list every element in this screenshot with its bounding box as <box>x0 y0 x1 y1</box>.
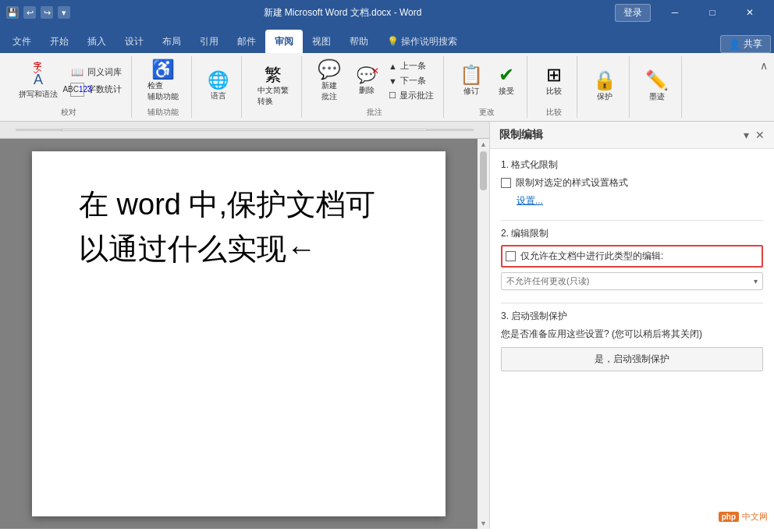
down-arrow-icon: ▼ <box>389 76 397 86</box>
next-comment-button[interactable]: ▼ 下一条 <box>385 74 437 87</box>
section2-title: 2. 编辑限制 <box>501 227 763 240</box>
panel-close-button[interactable]: ✕ <box>755 129 765 141</box>
watermark-text: 中文网 <box>742 511 768 523</box>
delete-comment-button[interactable]: 💬 ✕ 删除 <box>350 63 382 99</box>
scroll-down-button[interactable]: ▼ <box>478 518 488 529</box>
panel-header: 限制编辑 ▾ ✕ <box>490 122 774 149</box>
document-page: 在 word 中,保护文档可以通过什么实现← <box>32 151 446 516</box>
ink-icon: ✏️ <box>645 71 669 90</box>
track-changes-button[interactable]: 📋 修订 <box>453 62 489 100</box>
prev-comment-button[interactable]: ▲ 上一条 <box>385 59 437 73</box>
group-proofreading-label: 校对 <box>61 107 76 118</box>
chinese-icon: 繁 <box>265 66 282 83</box>
spell-icon: 字 A <box>34 62 43 87</box>
format-restriction-row: 限制对选定的样式设置格式 <box>501 176 763 190</box>
language-button[interactable]: 🌐 语言 <box>201 69 235 105</box>
word-count-button[interactable]: ABC123 字数统计 <box>67 82 125 98</box>
ribbon-collapse-button[interactable]: ∧ <box>760 59 768 72</box>
group-track-changes: 📋 修订 ✔ 接受 更改 <box>447 56 527 118</box>
save-icon[interactable]: 💾 <box>6 6 19 19</box>
tab-review[interactable]: 审阅 <box>265 30 303 53</box>
tab-references[interactable]: 引用 <box>190 30 228 53</box>
group-proofreading: 字 A 拼写和语法 📖 同义词库 ABC123 字数统计 校对 <box>6 56 132 118</box>
scroll-thumb[interactable] <box>480 151 487 190</box>
section-format-restriction: 1. 格式化限制 限制对选定的样式设置格式 设置... <box>501 158 763 207</box>
vertical-scrollbar[interactable]: ▲ ▼ <box>478 139 489 529</box>
group-compare: ⊞ 比较 比较 <box>531 56 577 118</box>
group-ink: ✏️ 墨迹 <box>633 56 682 118</box>
format-restriction-checkbox[interactable] <box>501 178 511 188</box>
panel-title: 限制编辑 <box>499 128 744 142</box>
lock-icon: 🔒 <box>593 71 616 90</box>
show-comments-button[interactable]: ☐ 显示批注 <box>385 89 437 102</box>
accept-button[interactable]: ✔ 接受 <box>492 62 520 100</box>
tab-search[interactable]: 💡操作说明搜索 <box>378 30 467 53</box>
new-comment-button[interactable]: 💬 新建批注 <box>311 57 347 105</box>
close-button[interactable]: ✕ <box>732 0 768 25</box>
scroll-up-button[interactable]: ▲ <box>478 139 488 150</box>
chinese-convert-button[interactable]: 繁 中文简繁转换 <box>251 63 295 110</box>
ruler <box>0 122 489 139</box>
ribbon-tabs: 文件 开始 插入 设计 布局 引用 邮件 审阅 视图 帮助 💡操作说明搜索 👤 … <box>0 25 774 53</box>
spell-check-button[interactable]: 字 A 拼写和语法 <box>12 59 64 103</box>
tab-design[interactable]: 设计 <box>115 30 153 53</box>
panel-content: 1. 格式化限制 限制对选定的样式设置格式 设置... 2. 编辑限制 <box>490 149 774 529</box>
panel-dropdown-button[interactable]: ▾ <box>744 129 749 141</box>
comment-icon: 💬 <box>318 60 341 79</box>
section-edit-restriction: 2. 编辑限制 仅允许在文档中进行此类型的编辑: 不允许任何更改(只读) ▾ <box>501 227 763 290</box>
edit-type-value: 不允许任何更改(只读) <box>506 275 754 287</box>
enforce-description: 您是否准备应用这些设置? (您可以稍后将其关闭) <box>501 328 763 341</box>
redo-icon[interactable]: ↪ <box>41 6 53 19</box>
settings-link[interactable]: 设置... <box>517 194 763 207</box>
side-panel: 限制编辑 ▾ ✕ 1. 格式化限制 限制对选定的样式设置格式 设置... <box>489 122 774 529</box>
edit-restriction-checkbox[interactable] <box>506 251 516 261</box>
compare-button[interactable]: ⊞ 比较 <box>540 62 568 100</box>
scroll-area[interactable]: 在 word 中,保护文档可以通过什么实现← <box>0 139 478 529</box>
section3-title: 3. 启动强制保护 <box>501 310 763 323</box>
check-accessibility-button[interactable]: ♿ 检查辅助功能 <box>141 57 185 105</box>
ribbon-content: 字 A 拼写和语法 📖 同义词库 ABC123 字数统计 校对 ♿ <box>0 53 774 122</box>
document-area: 在 word 中,保护文档可以通过什么实现← ▲ ▼ <box>0 122 489 529</box>
tab-view[interactable]: 视图 <box>303 30 340 53</box>
tab-home[interactable]: 开始 <box>41 30 78 53</box>
document-content: 在 word 中,保护文档可以通过什么实现← <box>79 183 399 271</box>
language-icon: 🌐 <box>208 72 229 89</box>
minimize-button[interactable]: ─ <box>657 0 693 25</box>
group-compare-label: 比较 <box>546 107 562 118</box>
maximize-button[interactable]: □ <box>694 0 730 25</box>
checkbox-icon: ☐ <box>389 90 396 101</box>
tab-file[interactable]: 文件 <box>3 30 41 53</box>
group-changes-label: 更改 <box>479 107 495 118</box>
share-button[interactable]: 👤 共享 <box>720 35 771 53</box>
count-icon: ABC123 <box>70 83 84 97</box>
login-button[interactable]: 登录 <box>615 4 651 22</box>
enforce-protection-button[interactable]: 是，启动强制保护 <box>501 347 763 371</box>
track-icon: 📋 <box>460 66 483 84</box>
delete-icon: 💬 ✕ <box>357 66 376 83</box>
section-enforce-protection: 3. 启动强制保护 您是否准备应用这些设置? (您可以稍后将其关闭) 是，启动强… <box>501 310 763 371</box>
group-comments: 💬 新建批注 💬 ✕ 删除 ▲ 上一条 ▼ 下一条 <box>305 56 444 118</box>
book-icon: 📖 <box>70 66 84 80</box>
edit-type-dropdown[interactable]: 不允许任何更改(只读) ▾ <box>501 272 763 290</box>
title-text: 新建 Microsoft Word 文档.docx - Word <box>70 6 615 20</box>
up-arrow-icon: ▲ <box>389 62 397 71</box>
ribbon: 文件 开始 插入 设计 布局 引用 邮件 审阅 视图 帮助 💡操作说明搜索 👤 … <box>0 25 774 53</box>
tab-insert[interactable]: 插入 <box>78 30 115 53</box>
undo-icon[interactable]: ↩ <box>23 6 36 19</box>
thesaurus-button[interactable]: 📖 同义词库 <box>67 65 125 80</box>
person-icon: 👤 <box>729 39 740 50</box>
protect-button[interactable]: 🔒 保护 <box>587 68 623 105</box>
dropdown-icon[interactable]: ▾ <box>58 6 70 19</box>
compare-icon: ⊞ <box>546 66 562 84</box>
edit-restriction-row: 仅允许在文档中进行此类型的编辑: <box>501 245 763 268</box>
watermark: php 中文网 <box>719 511 768 523</box>
group-accessibility: ♿ 检查辅助功能 辅助功能 <box>135 56 192 118</box>
accessibility-icon: ♿ <box>151 60 175 79</box>
tab-mailings[interactable]: 邮件 <box>228 30 265 53</box>
title-bar-icons: 💾 ↩ ↪ ▾ <box>6 6 70 19</box>
tab-help[interactable]: 帮助 <box>340 30 378 53</box>
ink-button[interactable]: ✏️ 墨迹 <box>639 68 675 105</box>
tab-layout[interactable]: 布局 <box>153 30 190 53</box>
window-controls: ─ □ ✕ <box>657 0 768 25</box>
divider2 <box>501 303 763 303</box>
